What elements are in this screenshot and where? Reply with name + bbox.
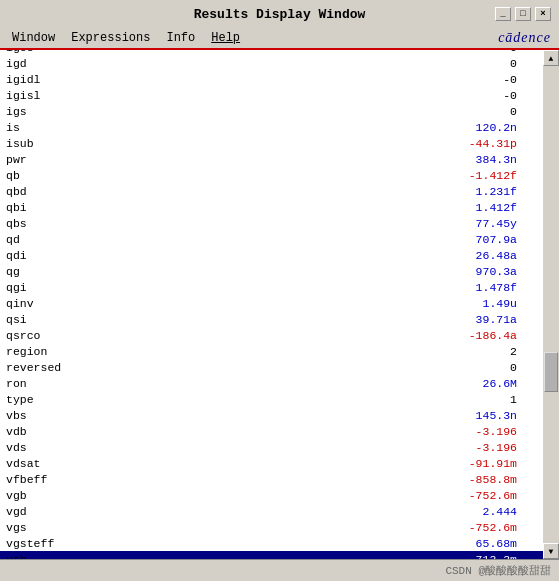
row-value: 2.444 — [136, 505, 537, 518]
table-row[interactable]: reversed0 — [0, 359, 543, 375]
table-row[interactable]: igidl-0 — [0, 71, 543, 87]
row-value: 384.3n — [136, 153, 537, 166]
row-key: isub — [6, 137, 136, 150]
menu-info[interactable]: Info — [158, 30, 203, 46]
row-value: 0 — [136, 57, 537, 70]
row-value: 26.6M — [136, 377, 537, 390]
table-row[interactable]: qbs77.45y — [0, 215, 543, 231]
table-row[interactable]: qg970.3a — [0, 263, 543, 279]
row-key: type — [6, 393, 136, 406]
row-key: igidl — [6, 73, 136, 86]
row-key: vds — [6, 441, 136, 454]
watermark: CSDN @酸酸酸酸甜甜 — [445, 563, 551, 578]
row-value: -186.4a — [136, 329, 537, 342]
row-key: qbd — [6, 185, 136, 198]
row-value: 1.478f — [136, 281, 537, 294]
table-row[interactable]: vds-3.196 — [0, 439, 543, 455]
scroll-down-button[interactable]: ▼ — [543, 543, 559, 559]
row-key: qsrco — [6, 329, 136, 342]
row-value: 0 — [136, 50, 537, 54]
menu-help[interactable]: Help — [203, 30, 248, 46]
table-row[interactable]: qd707.9a — [0, 231, 543, 247]
row-value: 2 — [136, 345, 537, 358]
row-key: qbi — [6, 201, 136, 214]
row-value: 26.48a — [136, 249, 537, 262]
data-table[interactable]: igb0igcd0igcs0igd0igidl-0igisl-0igs0is12… — [0, 50, 543, 559]
table-row[interactable]: qbd1.231f — [0, 183, 543, 199]
row-key: vgd — [6, 505, 136, 518]
row-value: 707.9a — [136, 233, 537, 246]
table-row[interactable]: igd0 — [0, 55, 543, 71]
table-row[interactable]: igisl-0 — [0, 87, 543, 103]
menu-expressions[interactable]: Expressions — [63, 30, 158, 46]
vertical-scrollbar[interactable]: ▲ ▼ — [543, 50, 559, 559]
table-row[interactable]: vgb-752.6m — [0, 487, 543, 503]
content-area: igb0igcd0igcs0igd0igidl-0igisl-0igs0is12… — [0, 50, 559, 559]
table-row[interactable]: region2 — [0, 343, 543, 359]
table-row[interactable]: isub-44.31p — [0, 135, 543, 151]
row-value: 39.71a — [136, 313, 537, 326]
maximize-button[interactable]: □ — [515, 7, 531, 21]
row-value: 65.68m — [136, 537, 537, 550]
row-value: 0 — [136, 361, 537, 374]
scroll-track — [543, 66, 559, 543]
table-row[interactable]: qdi26.48a — [0, 247, 543, 263]
table-row[interactable]: qbi1.412f — [0, 199, 543, 215]
row-value: -858.8m — [136, 473, 537, 486]
table-row[interactable]: vfbeff-858.8m — [0, 471, 543, 487]
row-value: 1.49u — [136, 297, 537, 310]
table-row[interactable]: vgd2.444 — [0, 503, 543, 519]
title-bar: Results Display Window _ □ × — [0, 0, 559, 28]
row-key: region — [6, 345, 136, 358]
row-value: -91.91m — [136, 457, 537, 470]
row-value: -1.412f — [136, 169, 537, 182]
table-row[interactable]: vgsteff65.68m — [0, 535, 543, 551]
table-row[interactable]: qinv1.49u — [0, 295, 543, 311]
table-row[interactable]: type1 — [0, 391, 543, 407]
table-row[interactable]: igs0 — [0, 103, 543, 119]
table-row[interactable]: is120.2n — [0, 119, 543, 135]
table-row[interactable]: qgi1.478f — [0, 279, 543, 295]
table-row[interactable]: vdb-3.196 — [0, 423, 543, 439]
row-key: qg — [6, 265, 136, 278]
row-key: vfbeff — [6, 473, 136, 486]
row-key: vdb — [6, 425, 136, 438]
row-value: 77.45y — [136, 217, 537, 230]
window-title: Results Display Window — [194, 7, 366, 22]
row-key: qsi — [6, 313, 136, 326]
row-key: qd — [6, 233, 136, 246]
table-row[interactable]: vbs145.3n — [0, 407, 543, 423]
row-key: vgsteff — [6, 537, 136, 550]
row-value: 1.412f — [136, 201, 537, 214]
table-row[interactable]: vdsat-91.91m — [0, 455, 543, 471]
status-bar: CSDN @酸酸酸酸甜甜 — [0, 559, 559, 581]
table-row[interactable]: ron26.6M — [0, 375, 543, 391]
row-key: qbs — [6, 217, 136, 230]
menu-window[interactable]: Window — [4, 30, 63, 46]
minimize-button[interactable]: _ — [495, 7, 511, 21]
table-row[interactable]: qb-1.412f — [0, 167, 543, 183]
row-key: vbs — [6, 409, 136, 422]
row-value: -44.31p — [136, 137, 537, 150]
row-value: 0 — [136, 105, 537, 118]
scroll-up-button[interactable]: ▲ — [543, 50, 559, 66]
row-value: -752.6m — [136, 489, 537, 502]
close-button[interactable]: × — [535, 7, 551, 21]
table-row[interactable]: vth-713.3m — [0, 551, 543, 559]
row-value: -3.196 — [136, 425, 537, 438]
row-value: -0 — [136, 73, 537, 86]
window-controls[interactable]: _ □ × — [495, 7, 551, 21]
table-row[interactable]: pwr384.3n — [0, 151, 543, 167]
row-value: -0 — [136, 89, 537, 102]
row-key: qdi — [6, 249, 136, 262]
row-key: vgs — [6, 521, 136, 534]
row-key: vgb — [6, 489, 136, 502]
row-key: reversed — [6, 361, 136, 374]
table-row[interactable]: vgs-752.6m — [0, 519, 543, 535]
table-row[interactable]: qsrco-186.4a — [0, 327, 543, 343]
table-row[interactable]: qsi39.71a — [0, 311, 543, 327]
row-value: -713.3m — [136, 553, 537, 560]
row-value: 970.3a — [136, 265, 537, 278]
scroll-thumb[interactable] — [544, 352, 558, 392]
row-value: 1 — [136, 393, 537, 406]
